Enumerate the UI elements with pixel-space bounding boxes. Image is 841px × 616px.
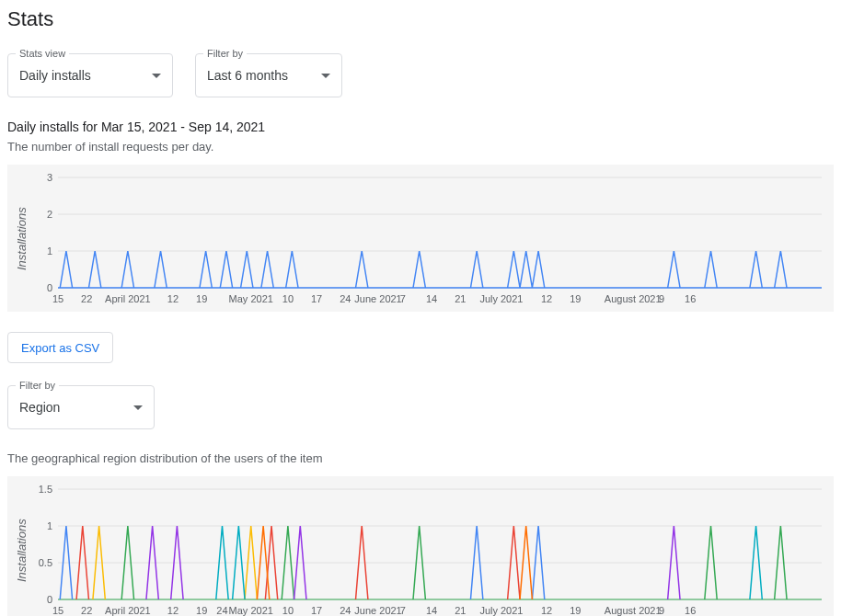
chart1-subtitle: The number of install requests per day. xyxy=(7,140,834,154)
filter-by-value: Last 6 months xyxy=(207,68,288,83)
caret-down-icon xyxy=(133,405,143,410)
svg-text:10: 10 xyxy=(282,605,294,616)
svg-text:June 2021: June 2021 xyxy=(354,293,401,304)
stats-view-label: Stats view xyxy=(16,48,69,59)
svg-text:15: 15 xyxy=(52,605,63,616)
svg-text:19: 19 xyxy=(570,605,581,616)
svg-text:12: 12 xyxy=(541,293,552,304)
svg-text:24: 24 xyxy=(216,605,227,616)
svg-text:August 2021: August 2021 xyxy=(605,605,662,616)
svg-text:3: 3 xyxy=(47,172,52,183)
stats-view-select[interactable]: Stats view Daily installs xyxy=(7,53,173,97)
svg-text:14: 14 xyxy=(426,605,437,616)
svg-text:19: 19 xyxy=(570,293,581,304)
caret-down-icon xyxy=(152,74,161,78)
svg-text:April 2021: April 2021 xyxy=(105,605,151,616)
chart2-panel: Installations 00.511.51522April 20211219… xyxy=(7,476,834,616)
filters-row-primary: Stats view Daily installs Filter by Last… xyxy=(7,53,834,97)
page-title: Stats xyxy=(7,7,834,31)
svg-text:22: 22 xyxy=(81,605,92,616)
chart2-ylabel: Installations xyxy=(13,482,30,616)
svg-text:22: 22 xyxy=(81,293,92,304)
stats-view-value: Daily installs xyxy=(19,68,91,83)
svg-text:August 2021: August 2021 xyxy=(605,293,662,304)
svg-text:21: 21 xyxy=(455,293,466,304)
svg-text:1.5: 1.5 xyxy=(39,484,52,495)
filters-row-region: Filter by Region xyxy=(7,385,834,429)
svg-text:21: 21 xyxy=(455,605,466,616)
region-filter-label: Filter by xyxy=(16,380,59,391)
svg-text:12: 12 xyxy=(167,293,179,304)
svg-text:12: 12 xyxy=(541,605,552,616)
svg-text:24: 24 xyxy=(340,605,351,616)
svg-text:9: 9 xyxy=(659,293,664,304)
export-csv-button[interactable]: Export as CSV xyxy=(7,332,113,363)
region-description: The geographical region distribution of … xyxy=(7,451,834,465)
svg-text:16: 16 xyxy=(685,293,696,304)
svg-text:15: 15 xyxy=(52,293,63,304)
region-filter-value: Region xyxy=(19,400,60,415)
svg-text:0: 0 xyxy=(47,282,52,293)
svg-text:17: 17 xyxy=(311,605,322,616)
svg-text:10: 10 xyxy=(282,293,294,304)
svg-text:19: 19 xyxy=(196,293,207,304)
svg-text:April 2021: April 2021 xyxy=(105,293,151,304)
chart1-panel: Installations 01231522April 20211219May … xyxy=(7,165,834,312)
svg-text:May 2021: May 2021 xyxy=(229,605,273,616)
svg-text:14: 14 xyxy=(426,293,437,304)
filter-by-select[interactable]: Filter by Last 6 months xyxy=(195,53,342,97)
svg-text:9: 9 xyxy=(659,605,664,616)
chart1-ylabel: Installations xyxy=(13,170,30,308)
svg-text:0.5: 0.5 xyxy=(39,557,52,568)
svg-text:1: 1 xyxy=(47,245,52,257)
svg-text:May 2021: May 2021 xyxy=(229,293,273,304)
svg-text:7: 7 xyxy=(400,293,406,304)
svg-text:12: 12 xyxy=(167,605,179,616)
svg-text:1: 1 xyxy=(47,520,52,531)
caret-down-icon xyxy=(321,74,330,78)
export-csv-label: Export as CSV xyxy=(21,341,99,355)
svg-text:2: 2 xyxy=(47,209,52,220)
svg-text:7: 7 xyxy=(400,605,406,616)
svg-text:19: 19 xyxy=(196,605,207,616)
svg-text:16: 16 xyxy=(685,605,696,616)
region-filter-select[interactable]: Filter by Region xyxy=(7,385,155,429)
svg-text:July 2021: July 2021 xyxy=(479,605,523,616)
chart2-plot: 00.511.51522April 2021121924May 20211017… xyxy=(30,482,828,616)
filter-by-label: Filter by xyxy=(203,48,247,59)
chart1-title: Daily installs for Mar 15, 2021 - Sep 14… xyxy=(7,120,834,134)
svg-text:June 2021: June 2021 xyxy=(354,605,401,616)
svg-text:0: 0 xyxy=(47,594,52,605)
svg-text:24: 24 xyxy=(340,293,351,304)
svg-text:July 2021: July 2021 xyxy=(479,293,523,304)
svg-text:17: 17 xyxy=(311,293,322,304)
chart1-plot: 01231522April 20211219May 2021101724June… xyxy=(30,170,828,308)
